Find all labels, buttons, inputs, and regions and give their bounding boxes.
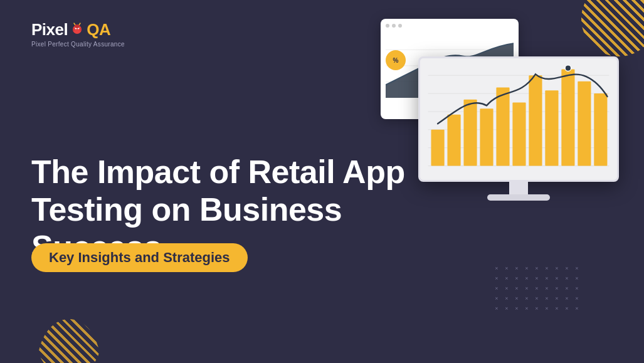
badge-text: Key Insights and Strategies — [49, 250, 230, 265]
deco-arc-bottom-left — [38, 313, 100, 363]
deco-dot-grid: ××××××××× ××××××××× ××××××××× ××××××××× … — [492, 264, 581, 313]
logo-tagline: Pixel Perfect Quality Assurance — [31, 41, 125, 48]
page-background: ××××××××× ××××××××× ××××××××× ××××××××× … — [0, 0, 644, 363]
svg-rect-29 — [578, 82, 591, 166]
svg-point-5 — [75, 24, 80, 28]
title-line1: The Impact of Retail App — [31, 154, 405, 190]
logo: Pixel QA Pixel Perfect Quality Assurance — [31, 20, 125, 48]
monitor-body — [418, 56, 619, 182]
logo-pixel-text: Pixel — [31, 20, 68, 39]
svg-line-4 — [79, 23, 80, 25]
bar-chart-svg — [425, 63, 612, 175]
svg-rect-27 — [545, 90, 558, 166]
svg-rect-21 — [447, 115, 460, 166]
percent-badge: % — [386, 50, 406, 70]
svg-rect-28 — [561, 70, 574, 166]
svg-rect-26 — [529, 75, 542, 166]
badge-pill: Key Insights and Strategies — [31, 243, 248, 272]
svg-rect-20 — [431, 130, 444, 166]
svg-line-3 — [74, 23, 75, 25]
svg-rect-23 — [480, 108, 493, 166]
svg-point-31 — [565, 65, 571, 71]
logo-bug-icon — [70, 22, 84, 36]
logo-qa-text: QA — [87, 20, 110, 39]
monitor-stand-neck — [509, 182, 528, 194]
svg-rect-30 — [594, 93, 607, 166]
monitor-stand-base — [487, 194, 550, 201]
svg-rect-22 — [463, 100, 477, 166]
monitor-screen — [418, 56, 619, 201]
svg-rect-24 — [496, 87, 509, 166]
svg-rect-25 — [512, 103, 525, 166]
